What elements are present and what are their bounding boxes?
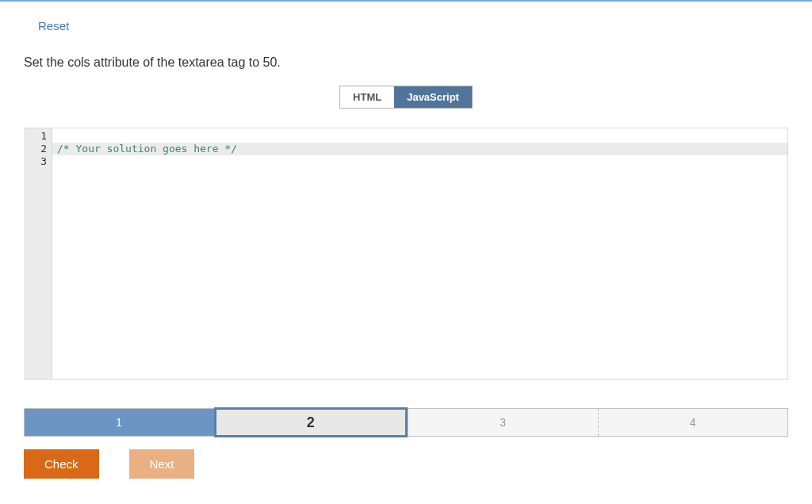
tab-html[interactable]: HTML <box>340 86 394 108</box>
next-button[interactable]: Next <box>129 449 195 479</box>
code-line[interactable] <box>52 155 788 168</box>
code-line[interactable] <box>52 130 788 143</box>
language-tabs: HTML JavaScript <box>24 86 788 109</box>
code-editor[interactable]: 1 2 3 /* Your solution goes here */ <box>24 128 788 380</box>
line-number-gutter: 1 2 3 <box>24 128 52 379</box>
line-number: 3 <box>24 155 47 168</box>
progress-step-4[interactable]: 4 <box>598 409 788 436</box>
tab-javascript[interactable]: JavaScript <box>394 86 472 108</box>
progress-step-2[interactable]: 2 <box>214 407 408 437</box>
line-number: 1 <box>24 130 47 143</box>
code-area[interactable]: /* Your solution goes here */ <box>52 128 788 379</box>
check-button[interactable]: Check <box>24 449 99 479</box>
question-prompt: Set the cols attribute of the textarea t… <box>24 55 788 70</box>
reset-link[interactable]: Reset <box>38 19 69 32</box>
line-number: 2 <box>24 143 47 155</box>
code-line[interactable]: /* Your solution goes here */ <box>52 143 788 155</box>
progress-bar: 1 2 3 4 <box>24 408 788 437</box>
action-buttons: Check Next <box>24 449 788 479</box>
progress-step-1[interactable]: 1 <box>25 409 214 436</box>
progress-step-3[interactable]: 3 <box>408 409 598 436</box>
